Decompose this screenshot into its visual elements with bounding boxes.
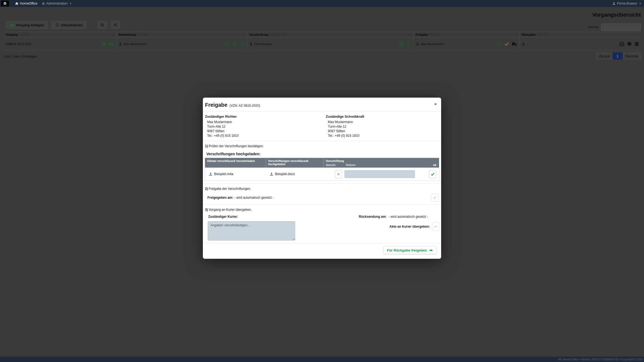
- courier-section: Zuständiger Kurier: Rücksendung am: - wi…: [205, 214, 439, 241]
- ok-button[interactable]: [429, 170, 436, 178]
- schreibkraft-contact: Zuständige Schreibkraft Max Mustermann T…: [325, 115, 439, 138]
- navbar: HomeOffice ⚙ Administration ▾ Firma Braw…: [0, 0, 644, 7]
- schreibkraft-heading: Zuständige Schreibkraft: [326, 115, 439, 119]
- contact-columns: Zuständiger Richter Max Mustermann Turm-…: [205, 115, 439, 138]
- mail-open-icon[interactable]: [619, 41, 624, 46]
- sort-icon[interactable]: ↑↓: [515, 33, 517, 36]
- uploads-table: Diktate verschlüsselt herunterladen Vers…: [205, 158, 439, 181]
- col-edit: überarb.: [326, 163, 346, 167]
- column-header-bearbeitung[interactable]: Bearbeitung (Richter) ↑↓: [116, 32, 247, 37]
- create-process-button[interactable]: Vorgang anlegen: [6, 21, 48, 29]
- printer-icon[interactable]: [627, 41, 632, 46]
- version-text: MC Home Office • Version: M20.07.09(66fe…: [558, 358, 643, 361]
- released-row: Freigegeben am: - wird automatisch geset…: [207, 193, 438, 202]
- plus-circle-icon: [10, 23, 14, 27]
- cell-freigabe: Max Mustermann: [413, 38, 519, 50]
- nav-homeoffice[interactable]: HomeOffice: [15, 2, 38, 5]
- chevron-down-icon: ▾: [70, 2, 71, 5]
- search-icon[interactable]: [497, 41, 502, 46]
- typewriter-icon[interactable]: [399, 41, 404, 46]
- richter-street: Turm-Alle 12: [207, 124, 325, 129]
- mail-open-icon[interactable]: [225, 41, 230, 46]
- step3-heading: 3)Vorgang an Kurier übergeben.: [205, 208, 439, 212]
- table-row: VZN:AZ 0815-2020 Max Mustermann Firma Br…: [4, 38, 641, 50]
- courier-right: Rücksendung am: - wird automatisch geset…: [316, 214, 439, 241]
- richter-heading: Zuständiger Richter: [205, 115, 325, 119]
- notes-input[interactable]: [345, 170, 415, 178]
- handover-row: Akte an Kurier übergeben:: [389, 222, 439, 231]
- richter-name: Max Mustermann: [207, 120, 325, 124]
- return-row: Rücksendung am: - wird automatisch geset…: [359, 215, 428, 219]
- modal-body: Zuständiger Richter Max Mustermann Turm-…: [203, 112, 441, 259]
- column-header-vorgang[interactable]: Vorgang (Gericht) ↑↓: [4, 32, 116, 37]
- search-input[interactable]: [601, 24, 641, 31]
- richter-city: 9087 Stiften: [207, 129, 325, 134]
- check-icon[interactable]: [504, 41, 509, 46]
- sort-icon[interactable]: ↑↓: [243, 33, 245, 36]
- rueckgabe-user: ...: [527, 42, 529, 46]
- check-icon: [431, 172, 435, 176]
- truck-icon[interactable]: [109, 41, 114, 47]
- column-header-rueckgabe[interactable]: Rückgabe (Gericht) ↑↓: [519, 32, 641, 37]
- archive-icon[interactable]: [634, 42, 639, 46]
- rework-button[interactable]: [335, 170, 342, 178]
- col-dictate: Diktate verschlüsselt herunterladen: [205, 158, 266, 168]
- column-header-freigabe[interactable]: Freigabe (Richter) ↑↓: [413, 32, 519, 37]
- app-logo[interactable]: [1, 1, 9, 6]
- cell-bearbeitung: Max Mustermann: [116, 38, 247, 50]
- sort-icon[interactable]: ↑↓: [112, 33, 114, 36]
- person-icon: [249, 42, 253, 46]
- ok-cell: [419, 170, 439, 178]
- refresh-button[interactable]: Aktualisieren: [52, 21, 87, 29]
- schreibkraft-city: 9087 Stiften: [328, 129, 439, 134]
- printer-icon[interactable]: [101, 41, 106, 46]
- divider: [203, 204, 441, 205]
- download-icon: [209, 172, 213, 176]
- nav-administration[interactable]: ⚙ Administration ▾: [42, 2, 71, 5]
- handover-check-button-disabled: [432, 222, 439, 231]
- pagination-page-1[interactable]: 1: [613, 53, 623, 60]
- user-menu[interactable]: Firma Brawur ▾: [612, 2, 641, 5]
- pagination-next[interactable]: Nächste: [623, 53, 641, 60]
- richter-phone: Tel.: +49 (0) 815 1810: [207, 134, 325, 138]
- divider: [203, 141, 441, 141]
- richter-contact: Zuständiger Richter Max Mustermann Turm-…: [205, 115, 325, 138]
- col-verschriftung-group: Verschriftung überarb. Notizen: [324, 158, 419, 168]
- column-header-verschriftung[interactable]: Verschriftung (Schreibkraft) ↑↓: [247, 32, 413, 37]
- release-for-return-button[interactable]: Für Rückgabe freigeben: [383, 246, 437, 254]
- cell-verschriftung: Firma Brawur: [247, 38, 413, 50]
- sort-icon[interactable]: ↑↓: [637, 33, 639, 36]
- dictate-download-link[interactable]: Beispiel.m4a: [205, 172, 266, 176]
- pagination: Zurück 1 Nächste: [596, 53, 641, 60]
- transcript-download-link[interactable]: Beispiel.docx: [266, 172, 324, 176]
- release-for-return-label: Für Rückgabe freigeben: [387, 248, 427, 252]
- dictate-file-name: Beispiel.m4a: [214, 172, 233, 176]
- col-ok: ok: [419, 158, 439, 168]
- schreibkraft-name: Max Mustermann: [328, 120, 439, 124]
- zoom-in-button[interactable]: [98, 21, 107, 29]
- refresh-icon: [55, 23, 59, 27]
- uploads-table-row: Beispiel.m4a Beispiel.docx: [205, 168, 439, 180]
- courier-textarea[interactable]: [208, 221, 295, 241]
- courier-left: Zuständiger Kurier:: [205, 214, 316, 241]
- vzn-label: VZN:: [6, 42, 13, 46]
- release-check-button-disabled: [431, 193, 438, 202]
- modal-subtitle: (VZN: AZ 0815-2020): [229, 104, 260, 108]
- zoom-out-button[interactable]: [111, 21, 120, 29]
- sort-icon[interactable]: ↑↓: [409, 33, 411, 36]
- table-header-row: Vorgang (Gericht) ↑↓ Bearbeitung (Richte…: [4, 32, 641, 38]
- uploads-table-header: Diktate verschlüsselt herunterladen Vers…: [205, 158, 439, 168]
- microphone-icon[interactable]: [240, 42, 245, 46]
- person-icon: [416, 42, 419, 46]
- step1-heading: 1)Prüfen der Verschriftungen bestätigen.: [205, 144, 439, 148]
- freigabe-user: Max Mustermann: [421, 42, 444, 46]
- zoom-out-icon: [114, 23, 118, 27]
- laptop-icon[interactable]: [232, 41, 237, 47]
- document-icon[interactable]: [406, 42, 411, 46]
- x-icon: [337, 172, 340, 176]
- close-icon[interactable]: ×: [433, 102, 438, 106]
- modal-title: Freigabe: [205, 102, 227, 108]
- truck-icon[interactable]: [512, 41, 517, 47]
- pagination-prev[interactable]: Zurück: [596, 53, 613, 60]
- status-bar: MC Home Office • Version: M20.07.09(66fe…: [0, 357, 644, 362]
